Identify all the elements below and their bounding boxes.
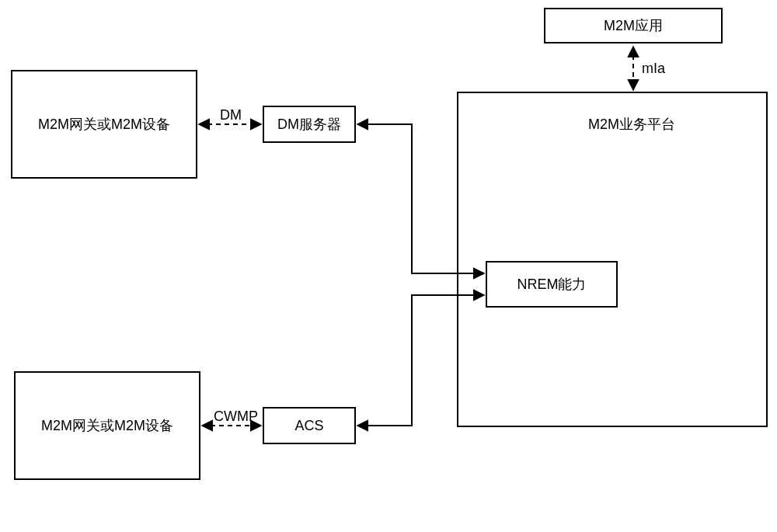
dm-server-label: DM服务器 [277,115,341,134]
platform-box: M2M业务平台 [457,92,768,427]
m2m-app-label: M2M应用 [604,16,663,35]
mia-edge-label: mIa [642,61,665,77]
platform-label: M2M业务平台 [588,115,675,134]
dm-edge-label: DM [220,107,242,123]
nrem-label: NREM能力 [517,275,587,294]
acs-box: ACS [263,407,356,444]
m2m-app-box: M2M应用 [544,8,723,43]
gateway-label-bottom: M2M网关或M2M设备 [41,416,173,435]
nrem-box: NREM能力 [486,261,618,308]
gateway-box-top: M2M网关或M2M设备 [11,70,197,179]
diagram-stage: M2M应用 M2M业务平台 NREM能力 M2M网关或M2M设备 M2M网关或M… [0,0,777,532]
gateway-label-top: M2M网关或M2M设备 [38,115,170,134]
cwmp-edge-label: CWMP [214,409,258,425]
acs-label: ACS [294,418,323,434]
gateway-box-bottom: M2M网关或M2M设备 [14,371,200,480]
dm-server-box: DM服务器 [263,106,356,143]
